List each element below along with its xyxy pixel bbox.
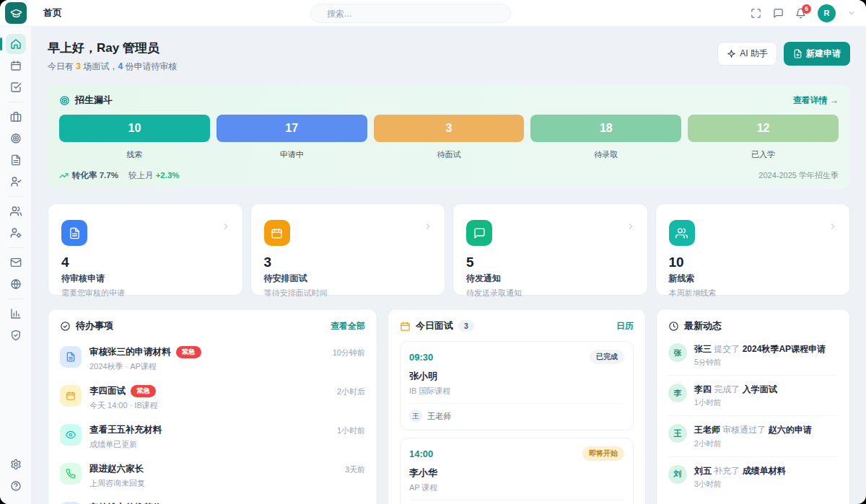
interview-card[interactable]: 14:00即将开始 李小华 AP 课程 张张老师 (400, 438, 634, 504)
sidebar-item-analytics[interactable] (6, 304, 26, 324)
sidebar-item-mail[interactable] (6, 252, 26, 273)
message-square-icon (473, 227, 486, 239)
calendar-icon (400, 321, 411, 332)
stat-value: 10 (669, 255, 837, 270)
sidebar-item-calendar[interactable] (6, 56, 26, 76)
stat-cards-row: 4 待审核申请 需要您审核的申请 3 待安排面试 等待安排面试时间 5 待发通知… (48, 203, 850, 296)
funnel-stage-interview[interactable]: 3待面试 (374, 115, 525, 160)
stat-card-schedule-interview[interactable]: 3 待安排面试 等待安排面试时间 (250, 203, 446, 296)
sidebar-item-users[interactable] (6, 201, 26, 221)
search-input[interactable] (310, 4, 511, 23)
urgent-badge: 紧急 (131, 385, 156, 397)
sidebar-item-user-check[interactable] (6, 172, 26, 192)
activity-item[interactable]: 李 李四 完成了 入学面试 1小时前 (668, 376, 838, 416)
todo-item[interactable]: 李四面试紧急 今天 14:00 · IB课程 2小时后 (60, 379, 365, 417)
activity-time: 1小时前 (694, 398, 777, 408)
sidebar-item-settings[interactable] (6, 454, 26, 474)
urgent-badge: 紧急 (176, 346, 201, 358)
interview-time: 14:00 (409, 448, 433, 459)
season-label: 2024-2025 学年招生季 (758, 170, 839, 181)
mail-icon (10, 257, 22, 268)
funnel-stage-leads[interactable]: 10线索 (59, 115, 210, 160)
activity-actor: 刘五 (694, 466, 712, 476)
todo-item[interactable]: 审核钱七的推荐信 2024秋季 · AP课程 昨天 (60, 495, 365, 504)
messages-icon[interactable] (773, 8, 784, 19)
clock-icon (668, 321, 679, 332)
interview-time: 09:30 (409, 352, 433, 363)
stat-card-new-leads[interactable]: 10 新线索 本周新增线索 (655, 203, 851, 296)
todo-item[interactable]: 查看王五补充材料 成绩单已更新 1小时前 (60, 417, 365, 456)
todo-view-all-link[interactable]: 查看全部 (331, 320, 365, 332)
sidebar-item-shield[interactable] (6, 325, 26, 345)
funnel-stage-enrolled[interactable]: 12已入学 (688, 115, 839, 160)
check-circle-icon (60, 321, 71, 332)
sidebar-item-globe[interactable] (6, 274, 26, 294)
activity-avatar: 王 (668, 424, 687, 443)
sidebar-item-tasks[interactable] (6, 77, 26, 97)
help-circle-icon (10, 480, 22, 492)
chevron-right-icon (524, 125, 530, 132)
funnel-bar: 18 (530, 115, 681, 142)
stat-value: 5 (466, 255, 634, 270)
users-icon (675, 227, 688, 239)
sidebar-divider (9, 299, 23, 299)
sparkles-icon (727, 49, 736, 58)
chevron-right-icon (423, 221, 433, 231)
interview-card[interactable]: 09:30已完成 张小明 IB 国际课程 王王老师 (400, 341, 634, 430)
sidebar-item-home[interactable] (6, 34, 26, 54)
activity-time: 5分钟前 (694, 358, 826, 368)
activity-item[interactable]: 张 张三 提交了 2024秋季AP课程申请 5分钟前 (668, 335, 838, 376)
funnel-details-link[interactable]: 查看详情 → (793, 94, 839, 107)
page-title: 首页 (43, 6, 62, 19)
activity-object: 赵六的申请 (769, 425, 812, 435)
app-window: 首页 6 R (0, 0, 866, 504)
new-application-button[interactable]: 新建申请 (784, 42, 850, 66)
calendar-link[interactable]: 日历 (616, 320, 634, 332)
todo-item-time: 1小时前 (337, 425, 365, 436)
funnel-stage-admit[interactable]: 18待录取 (530, 115, 681, 160)
activity-avatar: 李 (668, 384, 687, 402)
sidebar-item-documents[interactable] (6, 150, 26, 170)
sidebar-item-briefcase[interactable] (6, 107, 26, 127)
topbar-actions: 6 R (751, 4, 866, 22)
interviews-title: 今日面试 (416, 319, 453, 332)
funnel-stage-applying[interactable]: 17申请中 (216, 115, 367, 160)
bar-chart-icon (10, 308, 22, 319)
sidebar-divider (9, 102, 23, 102)
sidebar (0, 27, 32, 504)
phone-icon (66, 469, 76, 479)
interviews-count-badge: 3 (458, 320, 474, 332)
funnel-title: 招生漏斗 (75, 94, 113, 107)
activity-item[interactable]: 王 王老师 审核通过了 赵六的申请 2小时前 (668, 416, 838, 456)
user-avatar[interactable]: R (818, 4, 836, 22)
interview-course: AP 课程 (409, 482, 624, 493)
activity-item[interactable]: 刘 刘五 补充了 成绩单材料 3小时前 (668, 457, 838, 497)
fullscreen-icon[interactable] (751, 8, 761, 19)
stat-card-pending-review[interactable]: 4 待审核申请 需要您审核的申请 (48, 203, 243, 296)
todo-item-subtitle: 2024秋季 · AP课程 (89, 361, 325, 372)
sidebar-item-user-settings[interactable] (6, 223, 26, 243)
interview-status-badge: 已完成 (590, 350, 624, 364)
chevron-right-icon (210, 125, 216, 132)
app-logo[interactable] (5, 2, 27, 24)
ai-assistant-button[interactable]: AI 助手 (717, 42, 777, 66)
todo-item[interactable]: 审核张三的申请材料紧急 2024秋季 · AP课程 10分钟前 (60, 340, 365, 379)
interview-student-name: 李小华 (409, 467, 624, 479)
activity-avatar: 张 (668, 343, 687, 362)
calendar-icon (66, 391, 76, 401)
ai-assistant-label: AI 助手 (740, 48, 768, 60)
globe-icon (10, 278, 22, 290)
stat-card-notifications[interactable]: 5 待发通知 待发送录取通知 (452, 203, 648, 296)
calendar-icon (10, 60, 22, 71)
funnel-bar: 10 (59, 115, 210, 142)
todo-item[interactable]: 跟进赵六家长 上周咨询未回复 3天前 (60, 456, 365, 495)
sidebar-item-help[interactable] (6, 476, 26, 496)
chevron-down-icon[interactable] (847, 9, 856, 17)
funnel-stage-label: 申请中 (216, 149, 367, 160)
notifications-bell[interactable]: 6 (795, 8, 806, 19)
funnel-stage-label: 已入学 (688, 149, 839, 160)
todo-item-time: 10分钟前 (333, 348, 365, 358)
sidebar-item-target[interactable] (6, 128, 26, 149)
chevron-right-icon (828, 221, 838, 231)
activity-panel: 最新动态 张 张三 提交了 2024秋季AP课程申请 5分钟前 李 李四 完成了… (656, 309, 850, 504)
